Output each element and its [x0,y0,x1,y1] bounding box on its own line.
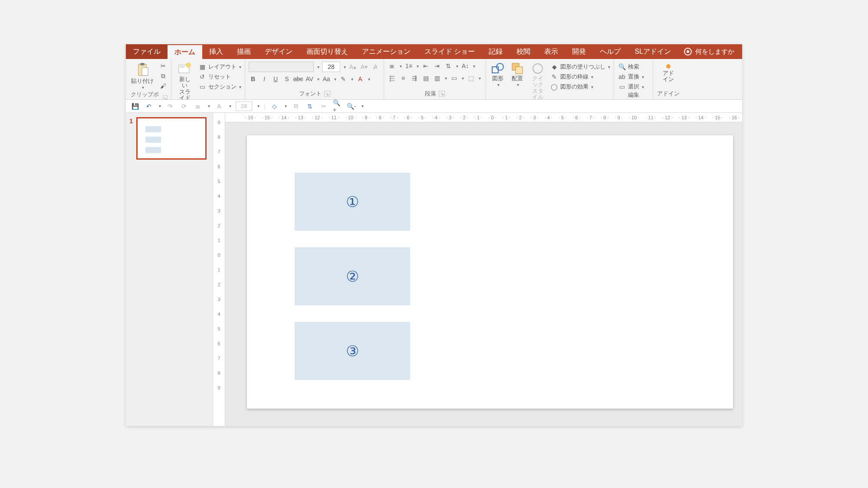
font-launcher[interactable]: ↘ [324,91,330,97]
qat-customize-icon[interactable]: ▾ [362,104,364,108]
bullets-icon[interactable]: ≣ [388,62,396,70]
cut-icon[interactable]: ✂ [159,62,168,70]
numbering-icon[interactable]: 1≡ [404,62,413,70]
canvas-area[interactable]: ① ② ③ [225,122,742,426]
reset-button[interactable]: ↺リセット [198,72,241,81]
text-shadow-icon[interactable]: S [283,75,291,83]
new-slide-button[interactable]: 新しい スライド [175,62,194,102]
addins-button[interactable]: アド イン [661,62,676,84]
arrange-button[interactable]: 配置▾ [510,62,525,88]
group-editing-label: 編集 [628,91,639,99]
group-drawing: 図形▾ 配置▾ クイック スタイル ◆図形の塗りつぶし▾ ✎図形の枠線▾ ◯図形… [486,59,614,99]
tab-insert[interactable]: 挿入 [202,44,230,59]
crop-qat-icon[interactable]: ✂ [319,102,329,111]
decrease-indent-icon[interactable]: ⇤ [421,62,430,70]
tab-transitions[interactable]: 画面切り替え [299,44,355,59]
slide-thumbnail-panel[interactable]: 1 [126,113,213,426]
undo-icon[interactable]: ↶ [144,102,154,111]
save-icon[interactable]: 💾 [130,102,140,111]
replace-button[interactable]: ab置換▾ [618,72,644,81]
tab-file[interactable]: ファイル [126,44,168,59]
repeat-icon[interactable]: ⟳ [179,102,189,111]
font-name-combo[interactable] [249,62,314,72]
char-spacing-icon[interactable]: AV [305,75,314,83]
tab-design[interactable]: デザイン [258,44,299,59]
tab-slideshow[interactable]: スライド ショー [418,44,482,59]
shape-outline-button[interactable]: ✎図形の枠線▾ [550,72,610,81]
horizontal-ruler: · 16 ·· 15 ·· 14 ·· 13 ·· 12 ·· 11 ·· 10… [225,113,742,122]
tab-home[interactable]: ホーム [168,44,202,59]
tell-me-search[interactable]: 何をしますか [678,44,740,59]
shapes-button[interactable]: 図形▾ [490,62,506,88]
line-spacing-icon[interactable]: ⇅ [444,62,453,70]
justify-icon[interactable]: ▤ [421,74,430,82]
quick-styles-button[interactable]: クイック スタイル [529,62,546,101]
clear-formatting-icon[interactable]: A̷ [371,62,380,71]
highlight-icon[interactable]: ✎ [339,75,348,83]
shape-fill-button[interactable]: ◆図形の塗りつぶし▾ [550,62,610,71]
align-left-icon[interactable]: ⬱ [388,74,396,82]
font-color-qat-icon[interactable]: A [214,102,224,111]
columns-icon[interactable]: ▥ [433,74,441,82]
tab-view[interactable]: 表示 [537,44,565,59]
svg-rect-2 [142,68,148,75]
group-qat-icon[interactable]: ⧉ [291,102,301,111]
strikethrough-icon[interactable]: abc [294,75,302,83]
bold-icon[interactable]: B [249,75,257,83]
tab-sladdin[interactable]: SLアドイン [628,44,678,59]
group-addins: アド イン アドイン [653,59,684,99]
font-size-combo[interactable] [322,62,340,72]
format-painter-icon[interactable]: 🖌 [159,82,168,90]
align-text-icon[interactable]: ▭ [450,74,458,82]
underline-icon[interactable]: U [271,75,280,83]
effects-icon: ◯ [550,82,559,91]
slide-number: 1 [129,117,133,124]
paragraph-launcher[interactable]: ↘ [439,91,445,97]
align-right-icon[interactable]: ⇶ [410,74,419,82]
tab-developer[interactable]: 開発 [565,44,593,59]
tab-animations[interactable]: アニメーション [355,44,418,59]
group-editing: 🔍検索 ab置換▾ ▭選択▾ 編集 [614,59,653,99]
font-color-icon[interactable]: A [356,75,365,83]
search-icon: 🔍 [618,62,626,71]
slide-thumbnail-1[interactable] [136,117,207,160]
shape-rectangle-2[interactable]: ② [295,247,410,305]
slide-canvas[interactable]: ① ② ③ [247,135,733,409]
tab-record[interactable]: 記録 [482,44,510,59]
zoom-in-icon[interactable]: 🔍+ [333,102,342,111]
select-button[interactable]: ▭選択▾ [618,82,644,91]
list-icon[interactable]: ≣ [193,102,203,111]
shape-qat-icon[interactable]: ◇ [270,102,279,111]
text-direction-icon[interactable]: A↕ [461,62,470,70]
change-case-icon[interactable]: Aa [322,75,331,83]
tab-help[interactable]: ヘルプ [593,44,628,59]
italic-icon[interactable]: I [260,75,269,83]
shapes-label: 図形 [492,75,503,82]
tab-draw[interactable]: 描画 [230,44,258,59]
workspace: 1 9876543210123456789 · 16 ·· 15 ·· 14 ·… [126,113,742,426]
copy-icon[interactable]: ⧉ [159,72,168,80]
paste-button[interactable]: 貼り付け ▾ [129,62,155,91]
section-button[interactable]: ▭セクション▾ [198,82,241,91]
increase-indent-icon[interactable]: ⇥ [433,62,441,70]
qat-fontsize[interactable]: 28 [236,102,252,111]
find-button[interactable]: 🔍検索 [618,62,644,71]
shape-outline-label: 図形の枠線 [560,73,589,81]
smartart-icon[interactable]: ⬚ [467,74,475,82]
powerpoint-window: ファイル ホーム 挿入 描画 デザイン 画面切り替え アニメーション スライド … [126,44,742,426]
shape-rectangle-3[interactable]: ③ [295,322,410,380]
tab-review[interactable]: 校閲 [510,44,537,59]
fill-icon: ◆ [550,62,559,71]
increase-font-icon[interactable]: A▴ [349,62,357,71]
new-slide-label: 新しい スライド [177,76,193,101]
zoom-out-icon[interactable]: 🔍- [347,102,356,111]
shape-effects-button[interactable]: ◯図形の効果▾ [550,82,610,91]
align-qat-icon[interactable]: ⇅ [305,102,315,111]
align-center-icon[interactable]: ≡ [399,74,408,82]
shape-2-text: ② [346,268,359,285]
redo-icon[interactable]: ↷ [165,102,175,111]
layout-button[interactable]: ▦レイアウト▾ [198,62,241,71]
decrease-font-icon[interactable]: A▾ [360,62,368,71]
svg-rect-4 [180,66,184,68]
shape-rectangle-1[interactable]: ① [295,173,410,231]
